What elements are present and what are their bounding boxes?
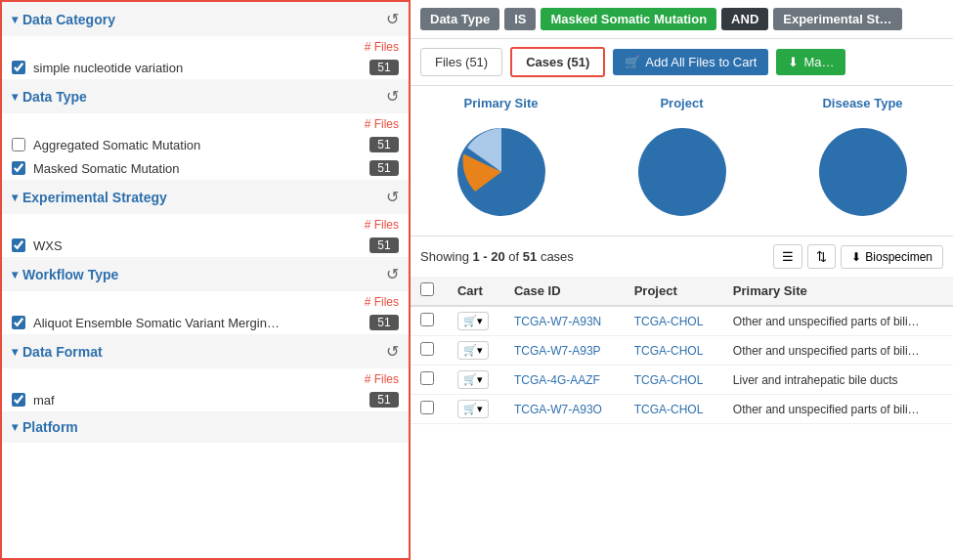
tabs-bar: Files (51) Cases (51) 🛒 Add All Files to…	[411, 39, 953, 86]
primary-site-1: Other and unspecified parts of bili…	[723, 306, 953, 336]
chevron-down-icon-format: ▾	[12, 345, 18, 359]
cart-button-3[interactable]: 🛒▾	[457, 370, 489, 389]
chevron-down-icon-data-type: ▾	[12, 90, 18, 104]
filter-tag-data-type: Data Type	[420, 8, 499, 30]
row-select-4[interactable]	[420, 401, 434, 414]
svg-point-1	[638, 128, 726, 216]
cart-icon: 🛒	[625, 55, 640, 69]
cart-button-1[interactable]: 🛒▾	[457, 312, 489, 330]
section-label-data-format: Data Format	[22, 344, 103, 360]
checkbox-aliquot[interactable]	[12, 316, 25, 329]
label-wxs: WXS	[33, 238, 63, 253]
project-link-1[interactable]: TCGA-CHOL	[634, 315, 704, 328]
list-item: simple nucleotide variation 51	[2, 56, 409, 79]
checkbox-masked-somatic[interactable]	[12, 161, 25, 175]
reset-workflow-button[interactable]: ↺	[386, 265, 399, 283]
files-label-exp: # Files	[2, 214, 409, 234]
cart-button-4[interactable]: 🛒▾	[457, 400, 489, 418]
disease-type-chart: Disease Type	[782, 96, 943, 226]
files-label-format: # Files	[2, 368, 409, 388]
table-section: Showing 1 - 20 of 51 cases ☰ ⇅ ⬇ Biospec…	[411, 237, 953, 560]
table-row: 🛒▾ TCGA-W7-A93N TCGA-CHOL Other and unsp…	[411, 306, 953, 336]
section-label-data-category: Data Category	[22, 12, 115, 27]
chevron-down-icon-platform: ▾	[12, 420, 18, 434]
download-manifest-button[interactable]: ⬇ Ma…	[776, 49, 845, 75]
list-item: maf 51	[2, 388, 409, 411]
filter-tag-exp-strategy: Experimental St…	[773, 8, 901, 30]
files-label-workflow: # Files	[2, 291, 409, 311]
add-all-files-to-cart-button[interactable]: 🛒 Add All Files to Cart	[613, 49, 768, 75]
project-chart: Project	[601, 96, 762, 226]
download-icon: ⬇	[788, 55, 799, 69]
checkbox-wxs[interactable]	[12, 238, 25, 252]
download-icon-biospecimen: ⬇	[851, 250, 861, 264]
filter-tag-is: IS	[504, 8, 536, 30]
project-link-4[interactable]: TCGA-CHOL	[634, 403, 704, 416]
checkbox-maf[interactable]	[12, 393, 25, 407]
case-id-link-2[interactable]: TCGA-W7-A93P	[514, 344, 601, 358]
checkbox-simple-nucleotide-variation[interactable]	[12, 61, 25, 74]
reset-data-type-button[interactable]: ↺	[386, 87, 399, 106]
case-id-link-3[interactable]: TCGA-4G-AAZF	[514, 373, 600, 387]
checkbox-aggregated-somatic[interactable]	[12, 138, 25, 151]
files-label-data-type: # Files	[2, 113, 409, 133]
list-item: WXS 51	[2, 234, 409, 257]
label-aggregated-somatic: Aggregated Somatic Mutation	[33, 138, 200, 152]
primary-site-pie	[448, 118, 555, 226]
table-showing-text: Showing 1 - 20 of 51 cases	[420, 249, 574, 264]
filter-bar: Data Type IS Masked Somatic Mutation AND…	[411, 0, 953, 39]
chevron-down-icon-workflow: ▾	[12, 268, 18, 281]
disease-type-pie	[809, 118, 917, 226]
project-link-3[interactable]: TCGA-CHOL	[634, 373, 704, 387]
filter-tag-and: AND	[721, 8, 768, 30]
label-aliquot: Aliquot Ensemble Somatic Variant Mergin…	[33, 316, 280, 330]
primary-site-chart: Primary Site	[420, 96, 582, 226]
workflow-type-section[interactable]: ▾ Workflow Type ↺	[2, 257, 409, 291]
cart-button-2[interactable]: 🛒▾	[457, 341, 489, 360]
project-link-2[interactable]: TCGA-CHOL	[634, 344, 704, 358]
count-badge-masked: 51	[369, 160, 399, 176]
main-panel: Data Type IS Masked Somatic Mutation AND…	[411, 0, 953, 560]
col-header-select	[411, 277, 448, 306]
row-select-2[interactable]	[420, 342, 434, 356]
project-pie	[628, 118, 736, 226]
files-label-data-category: # Files	[2, 36, 409, 56]
primary-site-2: Other and unspecified parts of bili…	[723, 336, 953, 366]
case-id-link-4[interactable]: TCGA-W7-A93O	[514, 403, 602, 416]
reset-exp-strategy-button[interactable]: ↺	[386, 188, 399, 206]
select-all-checkbox[interactable]	[420, 282, 434, 296]
primary-site-4: Other and unspecified parts of bili…	[723, 395, 953, 424]
data-category-section[interactable]: ▾ Data Category ↺	[2, 2, 409, 36]
table-controls: ☰ ⇅ ⬇ Biospecimen	[773, 244, 943, 269]
tab-files[interactable]: Files (51)	[420, 48, 502, 76]
svg-point-2	[819, 128, 907, 216]
count-badge-aliquot: 51	[369, 315, 399, 330]
col-header-project: Project	[625, 277, 723, 306]
table-row: 🛒▾ TCGA-W7-A93O TCGA-CHOL Other and unsp…	[411, 395, 953, 424]
reset-data-format-button[interactable]: ↺	[386, 342, 399, 361]
row-select-1[interactable]	[420, 313, 434, 326]
table-info: Showing 1 - 20 of 51 cases ☰ ⇅ ⬇ Biospec…	[411, 237, 953, 277]
count-badge-simple-nucleotide: 51	[369, 60, 399, 75]
data-type-section[interactable]: ▾ Data Type ↺	[2, 79, 409, 113]
case-id-link-1[interactable]: TCGA-W7-A93N	[514, 315, 601, 328]
list-item: Masked Somatic Mutation 51	[2, 156, 409, 180]
reset-data-category-button[interactable]: ↺	[386, 10, 399, 28]
filter-tag-masked-somatic: Masked Somatic Mutation	[541, 8, 716, 30]
experimental-strategy-section[interactable]: ▾ Experimental Strategy ↺	[2, 180, 409, 214]
col-header-primary-site: Primary Site	[723, 277, 953, 306]
platform-section[interactable]: ▾ Platform	[2, 411, 409, 443]
data-format-section[interactable]: ▾ Data Format ↺	[2, 334, 409, 368]
tab-cases[interactable]: Cases (51)	[510, 47, 605, 77]
col-header-cart: Cart	[448, 277, 504, 306]
section-label-data-type: Data Type	[22, 89, 87, 105]
primary-site-title: Primary Site	[464, 96, 539, 110]
label-maf: maf	[33, 393, 55, 408]
table-view-rows-button[interactable]: ☰	[773, 244, 802, 269]
row-select-3[interactable]	[420, 371, 434, 385]
left-sidebar: ▾ Data Category ↺ # Files simple nucleot…	[0, 0, 411, 560]
biospecimen-button[interactable]: ⬇ Biospecimen	[841, 245, 943, 269]
cases-table: Cart Case ID Project Primary Site 🛒▾ TCG…	[411, 277, 953, 424]
table-sort-button[interactable]: ⇅	[807, 244, 836, 269]
count-badge-wxs: 51	[369, 237, 399, 253]
